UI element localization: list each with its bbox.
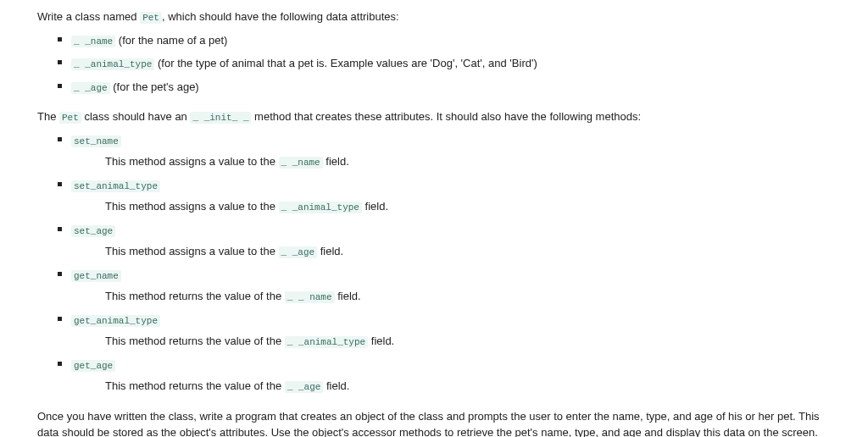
method-desc: This method assigns a value to the _ _an… bbox=[105, 198, 831, 215]
list-item: _ _age (for the pet's age) bbox=[58, 79, 831, 96]
document-body: { "intro": { "text_before": "Write a cla… bbox=[0, 0, 868, 437]
method-name-code: set_age bbox=[71, 225, 115, 237]
intro-text-after: , which should have the following data a… bbox=[162, 10, 399, 23]
list-item: set_animal_type This method assigns a va… bbox=[58, 177, 831, 215]
mid-c: method that creates these attributes. It… bbox=[251, 110, 641, 123]
class-name-code: Pet bbox=[59, 112, 81, 124]
field-code: _ _ name bbox=[285, 291, 335, 303]
attributes-list: _ _name (for the name of a pet) _ _anima… bbox=[37, 32, 831, 96]
list-item: get_name This method returns the value o… bbox=[58, 267, 831, 305]
method-desc: This method assigns a value to the _ _na… bbox=[105, 153, 831, 170]
class-name-code: Pet bbox=[140, 12, 162, 24]
method-name-code: get_name bbox=[71, 270, 121, 282]
method-name-code: set_animal_type bbox=[71, 180, 160, 192]
methods-list: set_name This method assigns a value to … bbox=[37, 132, 831, 395]
list-item: _ _name (for the name of a pet) bbox=[58, 32, 831, 49]
field-code: _ _age bbox=[285, 381, 324, 393]
method-name-code: get_age bbox=[71, 360, 115, 372]
methods-intro-paragraph: The Pet class should have an _ _init_ _ … bbox=[37, 108, 831, 125]
method-desc: This method returns the value of the _ _… bbox=[105, 333, 831, 350]
list-item: set_name This method assigns a value to … bbox=[58, 132, 831, 170]
attr-code: _ _name bbox=[71, 36, 115, 47]
attr-code: _ _age bbox=[71, 82, 110, 94]
outro-paragraph: Once you have written the class, write a… bbox=[37, 408, 831, 438]
init-code: _ _init_ _ bbox=[190, 112, 251, 124]
field-code: _ _name bbox=[279, 157, 323, 169]
mid-a: The bbox=[37, 110, 59, 123]
list-item: get_animal_type This method returns the … bbox=[58, 312, 831, 350]
method-name-code: get_animal_type bbox=[71, 315, 160, 327]
attr-desc: (for the name of a pet) bbox=[115, 34, 227, 47]
field-code: _ _age bbox=[279, 246, 318, 258]
intro-paragraph: Write a class named Pet, which should ha… bbox=[37, 8, 831, 25]
attr-desc: (for the pet's age) bbox=[110, 80, 199, 93]
intro-text-before: Write a class named bbox=[37, 10, 140, 23]
list-item: _ _animal_type (for the type of animal t… bbox=[58, 55, 831, 72]
method-desc: This method returns the value of the _ _… bbox=[105, 378, 831, 395]
attr-desc: (for the type of animal that a pet is. E… bbox=[154, 57, 537, 69]
method-desc: This method returns the value of the _ _… bbox=[105, 288, 831, 305]
field-code: _ _animal_type bbox=[285, 336, 368, 348]
method-name-code: set_name bbox=[71, 136, 121, 147]
mid-b: class should have an bbox=[81, 110, 191, 123]
method-desc: This method assigns a value to the _ _ag… bbox=[105, 243, 831, 260]
list-item: set_age This method assigns a value to t… bbox=[58, 222, 831, 260]
attr-code: _ _animal_type bbox=[71, 58, 154, 70]
field-code: _ _animal_type bbox=[279, 202, 362, 213]
list-item: get_age This method returns the value of… bbox=[58, 357, 831, 395]
